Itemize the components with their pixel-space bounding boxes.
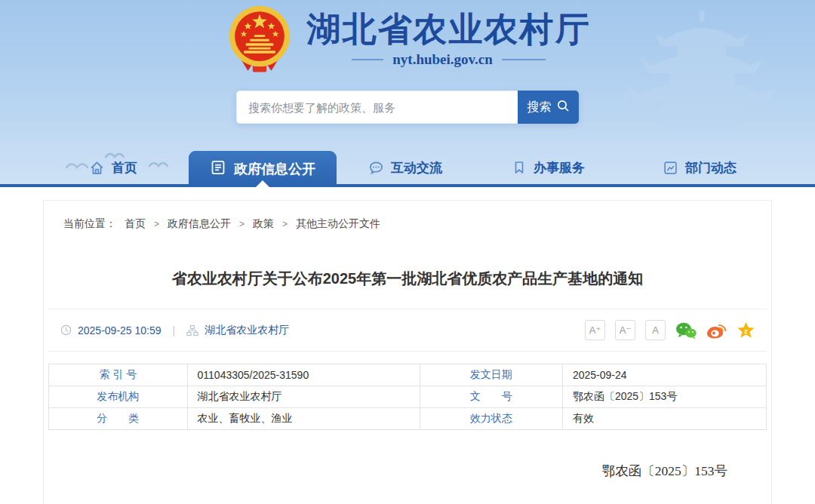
nav-item-label: 互动交流 [391, 159, 442, 177]
validity-label: 效力状态 [420, 408, 562, 430]
nav-item-label: 部门动态 [685, 159, 737, 177]
doc-number-label: 文 号 [420, 386, 562, 408]
breadcrumb-separator: > [239, 219, 244, 229]
qzone-share-icon[interactable]: z [737, 321, 755, 340]
nav-item-label: 首页 [112, 159, 137, 177]
table-row: 分 类 农业、畜牧业、渔业 效力状态 有效 [49, 408, 767, 430]
nav-item-services[interactable]: 办事服务 [512, 151, 585, 184]
breadcrumb-separator: > [154, 219, 159, 229]
site-header: 湖北省农业农村厅 nyt.hubei.gov.cn 搜索 [0, 0, 815, 187]
chat-icon [368, 160, 384, 176]
clock-icon [60, 324, 72, 336]
breadcrumb-item-other-docs[interactable]: 其他主动公开文件 [296, 217, 380, 231]
nav-item-home[interactable]: 首页 [89, 151, 137, 184]
search-button[interactable]: 搜索 [518, 91, 579, 124]
index-number-label: 索 引 号 [49, 364, 188, 386]
breadcrumb-item-gov-info[interactable]: 政府信息公开 [168, 217, 231, 231]
category-value: 农业、畜牧业、渔业 [187, 408, 420, 430]
nav-item-label: 政府信息公开 [234, 160, 315, 178]
site-brand: 湖北省农业农村厅 nyt.hubei.gov.cn [0, 5, 815, 76]
category-label: 分 类 [49, 408, 188, 430]
issuing-agency-label: 发布机构 [49, 386, 188, 408]
table-row: 发布机构 湖北省农业农村厅 文 号 鄂农函〔2025〕153号 [49, 386, 767, 408]
article-meta-left: 2025-09-25 10:59 | 湖北省农业农村厅 [60, 324, 289, 337]
document-icon [210, 159, 226, 180]
nav-item-gov-info-active[interactable]: 政府信息公开 [189, 151, 337, 187]
issue-date-label: 发文日期 [420, 364, 562, 386]
page: 湖北省农业农村厅 nyt.hubei.gov.cn 搜索 [0, 0, 815, 504]
issuing-agency-value: 湖北省农业农村厅 [187, 386, 420, 408]
site-domain-row: nyt.hubei.gov.cn [307, 51, 591, 68]
site-title: 湖北省农业农村厅 [307, 12, 591, 48]
news-chart-icon [663, 160, 678, 176]
index-number-value: 011043305/2025-31590 [187, 364, 420, 386]
document-number-text: 鄂农函〔2025〕153号 [44, 462, 771, 480]
article-source: 湖北省农业农村厅 [205, 324, 289, 337]
domain-dash-left [352, 59, 383, 60]
domain-dash-right [502, 59, 546, 60]
breadcrumb-prefix: 当前位置： [63, 217, 116, 231]
bookmark-icon [512, 160, 527, 175]
validity-value: 有效 [562, 408, 766, 430]
search-input[interactable] [236, 91, 518, 124]
article-meta-right: A⁺ A⁻ A [585, 320, 755, 340]
search-icon [556, 99, 570, 115]
article-meta-row: 2025-09-25 10:59 | 湖北省农业农村厅 A⁺ A⁻ A [48, 309, 767, 352]
org-icon [186, 324, 198, 337]
breadcrumb: 当前位置： 首页 > 政府信息公开 > 政策 > 其他主动公开文件 [44, 201, 771, 231]
breadcrumb-item-policy[interactable]: 政策 [253, 217, 274, 231]
font-reset-button[interactable]: A [645, 320, 666, 340]
publish-time: 2025-09-25 10:59 [78, 324, 161, 337]
home-icon [89, 160, 105, 176]
search-button-label: 搜索 [527, 100, 552, 115]
font-increase-button[interactable]: A⁺ [585, 320, 605, 340]
table-row: 索 引 号 011043305/2025-31590 发文日期 2025-09-… [49, 364, 767, 386]
site-domain-text: nyt.hubei.gov.cn [392, 51, 493, 68]
article-title: 省农业农村厅关于公布2025年第一批湖北省优质农产品生产基地的通知 [74, 269, 741, 289]
font-decrease-button[interactable]: A⁻ [615, 320, 635, 340]
national-emblem-logo [225, 5, 294, 76]
svg-text:z: z [744, 327, 748, 334]
article-card: 当前位置： 首页 > 政府信息公开 > 政策 > 其他主动公开文件 省农业农村厅… [43, 200, 772, 504]
main-nav: 首页 政府信息公开 [0, 151, 815, 187]
breadcrumb-item-home[interactable]: 首页 [125, 217, 146, 231]
nav-item-interaction[interactable]: 互动交流 [368, 151, 442, 184]
active-tab-notch [256, 180, 269, 187]
breadcrumb-separator: > [282, 219, 288, 229]
search-bar: 搜索 [236, 91, 579, 124]
content-area: 当前位置： 首页 > 政府信息公开 > 政策 > 其他主动公开文件 省农业农村厅… [0, 187, 815, 504]
nav-item-department-news[interactable]: 部门动态 [663, 151, 737, 184]
weibo-share-icon[interactable] [706, 321, 727, 340]
document-info-table: 索 引 号 011043305/2025-31590 发文日期 2025-09-… [48, 364, 767, 430]
issue-date-value: 2025-09-24 [562, 364, 766, 386]
wechat-share-icon[interactable] [675, 321, 697, 340]
meta-divider: | [173, 324, 176, 337]
nav-item-label: 办事服务 [534, 159, 585, 177]
doc-number-value: 鄂农函〔2025〕153号 [562, 386, 766, 408]
